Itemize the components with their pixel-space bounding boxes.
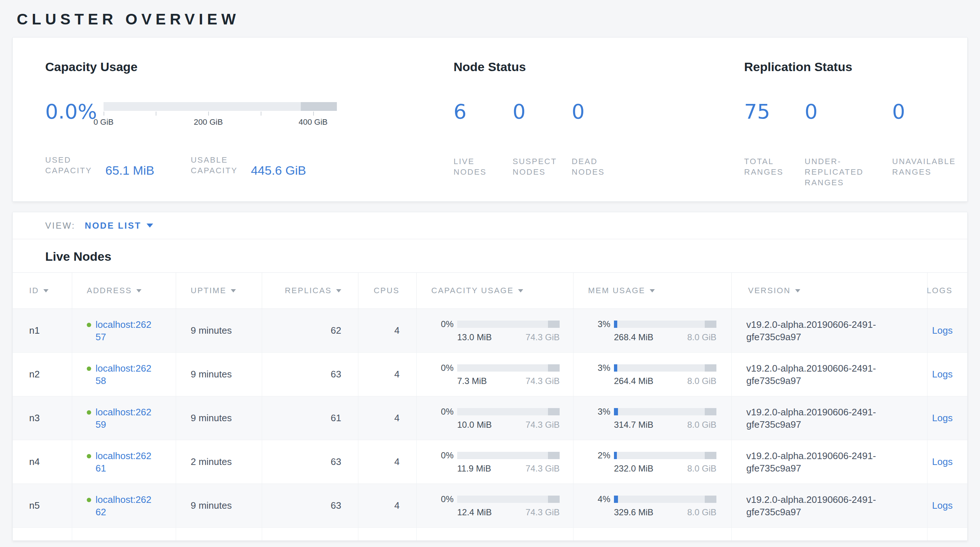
unavailable-ranges-stat: 0 UNAVAILABLE RANGES [892,101,976,188]
cpus-cell: 4 [358,353,417,396]
logs-cell: Logs [928,484,967,527]
sort-desc-icon [518,289,523,293]
capacity-usage-cell: 0% 7.3 MiB74.3 GiB [417,353,573,396]
column-header-replicas[interactable]: REPLICAS [262,273,358,308]
capacity-usage-section: Capacity Usage 0.0% 0 GiB 200 GiB 400 Gi… [45,59,337,176]
address-link[interactable]: localhost:26259 [95,406,154,431]
address-cell: localhost:26258 [72,353,176,396]
logs-link[interactable]: Logs [932,500,953,511]
address-link[interactable]: localhost:26262 [95,493,154,518]
usable-capacity-label: USABLE CAPACITY [191,154,242,176]
node-status-dot [87,454,91,458]
node-id-cell: n1 [13,309,72,352]
unavailable-ranges-count: 0 [892,101,976,122]
unavailable-ranges-label: UNAVAILABLE RANGES [892,156,967,177]
table-row: n3 localhost:26259 9 minutes 61 4 0% 10.… [13,396,967,440]
address-link[interactable]: localhost:26261 [95,450,154,474]
column-header-capacity-usage[interactable]: CAPACITY USAGE [417,273,573,308]
mem-usage-cell: 3% 268.4 MiB8.0 GiB [573,309,732,352]
view-label: VIEW: [45,221,75,231]
gauge-tick-labels: 0 GiB 200 GiB 400 GiB [103,118,337,128]
usable-capacity-value: 445.6 GiB [251,164,306,177]
node-status-dot [87,498,91,502]
total-ranges-label: TOTAL RANGES [744,156,789,177]
version-cell: v19.2.0-alpha.20190606-2491-gfe735c9a97 [732,309,928,352]
node-id-cell: n2 [13,353,72,396]
live-nodes-title: Live Nodes [13,239,967,272]
column-header-cpus: CPUS [358,273,417,308]
node-status-section: Node Status 6 LIVE NODES 0 SUSPECT NODES… [453,59,631,177]
replicas-cell: 61 [262,396,358,440]
table-header-row: ID ADDRESS UPTIME REPLICAS CPUS CAPACITY… [13,272,967,309]
live-nodes-stat: 6 LIVE NODES [453,101,512,177]
column-header-mem-usage[interactable]: MEM USAGE [573,273,732,308]
under-replicated-ranges-label: UNDER-REPLICATED RANGES [805,156,882,188]
logs-cell: Logs [928,396,967,440]
column-header-id[interactable]: ID [13,273,72,308]
address-link[interactable]: localhost:26258 [95,362,154,387]
replicas-cell: 63 [262,353,358,396]
logs-link[interactable]: Logs [932,412,953,424]
version-cell: v19.2.0-alpha.20190606-2491-gfe735c9a97 [732,353,928,396]
logs-link[interactable]: Logs [932,325,953,336]
suspect-nodes-count: 0 [512,101,572,122]
used-capacity-stat: USED CAPACITY 65.1 MiB [45,154,154,176]
capacity-bar [457,496,560,503]
node-list-dropdown[interactable]: NODE LIST [85,221,142,231]
sort-desc-icon [136,289,142,293]
under-replicated-ranges-count: 0 [805,101,892,122]
capacity-gauge: 0 GiB 200 GiB 400 GiB [103,101,337,128]
capacity-usage-cell: 0% 12.4 MiB74.3 GiB [417,484,573,527]
dead-nodes-stat: 0 DEAD NODES [572,101,631,177]
capacity-usage-cell: 0% 10.0 MiB74.3 GiB [417,396,573,440]
table-row-partial [13,528,967,541]
chevron-down-icon[interactable] [146,224,153,227]
cpus-cell: 4 [358,396,417,440]
logs-cell: Logs [928,440,967,483]
column-header-logs: LOGS [928,273,967,308]
sort-desc-icon [231,289,236,293]
address-cell: localhost:26262 [72,484,176,527]
capacity-bar [457,452,560,459]
replication-status-section: Replication Status 75 TOTAL RANGES 0 UND… [744,59,976,188]
capacity-bar [457,408,560,415]
uptime-cell: 9 minutes [176,484,262,527]
replication-stats: 75 TOTAL RANGES 0 UNDER-REPLICATED RANGE… [744,101,976,188]
logs-link[interactable]: Logs [932,456,953,467]
logs-cell: Logs [928,353,967,396]
logs-link[interactable]: Logs [932,369,953,380]
column-header-version[interactable]: VERSION [732,273,928,308]
logs-cell: Logs [928,309,967,352]
uptime-cell: 9 minutes [176,396,262,440]
column-header-uptime[interactable]: UPTIME [176,273,262,308]
cpus-cell: 4 [358,440,417,483]
node-status-dot [87,366,91,371]
memory-bar [614,364,716,372]
gauge-ticks [103,111,337,116]
capacity-gauge-end-segment [301,102,337,111]
address-link[interactable]: localhost:26257 [95,318,154,343]
node-status-dot [87,323,91,327]
uptime-cell: 2 minutes [176,440,262,483]
cpus-cell: 4 [358,309,417,352]
table-row: n2 localhost:26258 9 minutes 63 4 0% 7.3… [13,353,967,396]
total-ranges-stat: 75 TOTAL RANGES [744,101,805,188]
mem-usage-cell: 3% 264.4 MiB8.0 GiB [573,353,732,396]
suspect-nodes-stat: 0 SUSPECT NODES [512,101,572,177]
replicas-cell: 63 [262,484,358,527]
version-cell: v19.2.0-alpha.20190606-2491-gfe735c9a97 [732,396,928,440]
node-id-cell: n3 [13,396,72,440]
capacity-stats: USED CAPACITY 65.1 MiB USABLE CAPACITY 4… [45,154,337,176]
view-selector: VIEW: NODE LIST [13,212,967,239]
replicas-cell: 63 [262,440,358,483]
address-cell: localhost:26259 [72,396,176,440]
node-status-stats: 6 LIVE NODES 0 SUSPECT NODES 0 DEAD NODE… [453,101,631,177]
uptime-cell: 9 minutes [176,353,262,396]
sort-desc-icon [650,289,655,293]
replication-status-title: Replication Status [744,59,976,74]
used-capacity-value: 65.1 MiB [105,164,154,177]
used-capacity-label: USED CAPACITY [45,154,96,176]
address-cell: localhost:26261 [72,440,176,483]
capacity-bar [457,364,560,372]
column-header-address[interactable]: ADDRESS [72,273,176,308]
